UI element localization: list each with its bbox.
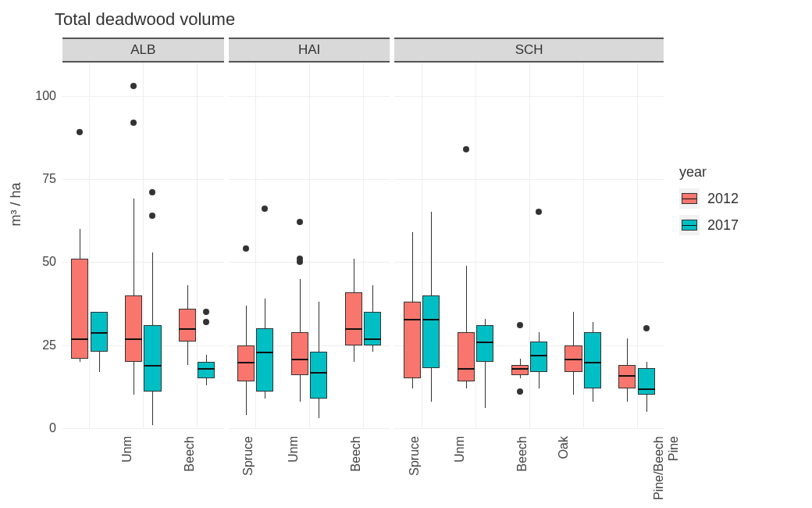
median-line <box>144 365 161 367</box>
legend-key-icon <box>679 188 700 209</box>
outlier-point <box>262 206 268 212</box>
grid-line <box>89 63 90 428</box>
y-tick-label: 0 <box>49 421 62 435</box>
facet-label: ALB <box>130 42 155 58</box>
median-line <box>237 362 255 363</box>
outlier-point <box>203 309 209 315</box>
box <box>71 259 88 359</box>
x-tick-label: Unm <box>120 436 134 463</box>
x-tick-label: Beech <box>183 436 198 471</box>
outlier-point <box>130 83 137 89</box>
grid-line <box>394 428 664 429</box>
median-line <box>476 342 493 343</box>
facet-strip: SCH <box>394 38 664 63</box>
plot-area: ALB0255075100UnmBeechSpruceHAIUnmBeechSp… <box>62 38 664 428</box>
box <box>179 309 196 342</box>
facet-strip: ALB <box>62 38 224 63</box>
chart-title: Total deadwood volume <box>55 9 235 30</box>
median-line <box>91 332 108 334</box>
median-line <box>458 368 475 370</box>
y-axis-label: m³ / ha <box>8 182 24 226</box>
panel-body: UnmBeechSpruce <box>229 63 390 428</box>
facet-panel: HAIUnmBeechSpruce <box>229 38 390 428</box>
x-tick-label: Spruce <box>241 436 255 476</box>
x-tick-label: Unm <box>453 436 467 463</box>
box <box>618 365 636 388</box>
box <box>530 342 547 371</box>
box <box>476 325 493 362</box>
median-line <box>584 362 601 363</box>
median-line <box>530 355 547 356</box>
legend: year 20122017 <box>679 164 739 241</box>
x-tick-label: Pine <box>667 436 681 461</box>
grid-line <box>229 428 390 429</box>
grid-line <box>363 63 364 428</box>
outlier-point <box>130 120 137 126</box>
median-line <box>71 338 88 340</box>
legend-label: 2012 <box>707 191 739 207</box>
box <box>584 332 601 388</box>
median-line <box>291 359 308 360</box>
x-tick-label: Oak <box>557 436 571 459</box>
outlier-point <box>297 256 303 262</box>
median-line <box>618 375 636 377</box>
outlier-point <box>77 129 83 135</box>
legend-title: year <box>679 164 739 181</box>
x-tick-label: Beech <box>349 436 363 471</box>
median-line <box>638 388 655 390</box>
box <box>144 325 161 392</box>
facet-strip: HAI <box>229 38 390 63</box>
box <box>125 295 142 362</box>
box <box>458 332 475 382</box>
outlier-point <box>463 146 469 152</box>
outlier-point <box>297 219 303 225</box>
grid-line <box>529 63 530 428</box>
facet-panel: ALB0255075100UnmBeechSpruce <box>62 38 224 428</box>
x-tick-label: Spruce <box>408 436 422 476</box>
box <box>404 302 421 378</box>
median-line <box>404 319 421 320</box>
median-line <box>364 338 381 340</box>
y-tick-label: 50 <box>42 255 62 269</box>
outlier-point <box>643 325 650 331</box>
x-tick-label: Unm <box>287 436 301 463</box>
chart-container: Total deadwood volume m³ / ha ALB0255075… <box>0 0 812 508</box>
grid-line <box>422 63 422 428</box>
median-line <box>198 368 215 370</box>
box <box>256 328 273 392</box>
median-line <box>310 372 327 374</box>
outlier-point <box>149 213 155 219</box>
box <box>364 312 381 345</box>
panel-body: 0255075100UnmBeechSpruce <box>62 63 224 428</box>
box <box>422 295 440 369</box>
box <box>198 362 215 378</box>
box <box>511 365 529 375</box>
box <box>237 345 255 382</box>
facet-panel: SCHUnmBeechOakPine/BeechPine <box>394 38 664 428</box>
outlier-point <box>149 189 155 195</box>
legend-item: 2017 <box>679 215 739 235</box>
box <box>310 352 327 399</box>
median-line <box>422 319 440 320</box>
outlier-point <box>203 319 209 325</box>
legend-label: 2017 <box>707 217 739 234</box>
facet-label: HAI <box>298 42 320 58</box>
outlier-point <box>517 322 523 328</box>
outlier-point <box>517 388 523 395</box>
legend-key-icon <box>679 215 700 235</box>
median-line <box>179 328 196 330</box>
box <box>291 332 308 375</box>
outlier-point <box>243 245 249 252</box>
grid-line <box>62 428 224 429</box>
median-line <box>345 328 362 330</box>
box <box>345 292 362 345</box>
y-tick-label: 75 <box>42 172 62 186</box>
y-tick-label: 100 <box>35 89 62 103</box>
facet-label: SCH <box>515 42 543 58</box>
median-line <box>256 352 273 353</box>
median-line <box>511 368 529 370</box>
panel-body: UnmBeechOakPine/BeechPine <box>394 63 664 428</box>
legend-item: 2012 <box>679 188 739 209</box>
outlier-point <box>536 209 542 215</box>
x-tick-label: Beech <box>515 436 529 471</box>
